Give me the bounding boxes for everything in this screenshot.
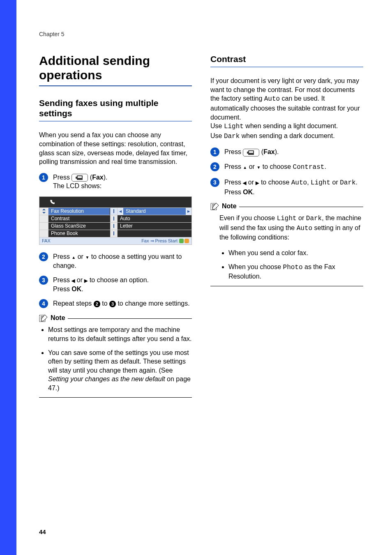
step-2-body: Press or to choose a setting you want to… <box>53 252 192 270</box>
note-list: When you send a color fax. When you choo… <box>210 249 363 281</box>
step-badge-4: 4 <box>39 299 48 308</box>
r-step-1: 1 Press (Fax). <box>210 147 363 157</box>
h1-additional-sending: Additional sending operations <box>39 54 192 82</box>
step-4: 4 Repeat steps 2 to 3 to change more set… <box>39 299 192 308</box>
contrast-p3: Use Dark when sending a dark document. <box>210 131 363 141</box>
lcd-top-bar <box>39 197 191 207</box>
h2-contrast: Contrast <box>210 54 363 64</box>
note-item-1: Most settings are temporary and the mach… <box>48 325 192 343</box>
note-item-2: You can save some of the settings you us… <box>48 348 192 393</box>
lcd-label: Phone Book <box>48 230 110 237</box>
start-green-icon <box>179 239 184 243</box>
step-badge-1: 1 <box>210 147 219 157</box>
phone-icon <box>49 199 55 205</box>
note-icon <box>210 202 219 210</box>
note-icon <box>39 314 48 322</box>
h2-sending-faxes: Sending faxes using multiple settings <box>39 98 192 118</box>
ref-badge-3: 3 <box>109 301 116 307</box>
contrast-p2: Use Light when sending a light document. <box>210 122 363 131</box>
note-label: Note <box>222 203 237 210</box>
lcd-row-phone-book: Phone Book <box>39 230 191 237</box>
lcd-left-arrow: ◀ <box>118 208 123 215</box>
lcd-label: Fax Resolution <box>48 208 110 215</box>
step-1-after: The LCD shows: <box>53 182 101 189</box>
note-rule <box>68 318 192 319</box>
up-arrow-icon <box>71 253 76 260</box>
start-orange-icon <box>184 239 189 243</box>
ref-badge-2: 2 <box>94 301 100 307</box>
step-1-fax: Fax <box>92 174 104 181</box>
step-1: 1 Press (Fax). The LCD shows: <box>39 173 192 191</box>
step-4-body: Repeat steps 2 to 3 to change more setti… <box>53 299 192 308</box>
lcd-right-arrow: ▶ <box>186 208 191 215</box>
lcd-divider <box>110 230 118 237</box>
step-badge-3: 3 <box>210 178 219 187</box>
intro-paragraph: When you send a fax you can choose any c… <box>39 131 192 166</box>
lcd-updn-icon <box>39 208 48 215</box>
note-header: Note <box>210 202 363 210</box>
lcd-value: Auto <box>118 215 191 222</box>
step-3: 3 Press or to choose an option. Press OK… <box>39 276 192 293</box>
lcd-divider <box>110 208 118 215</box>
two-column-layout: Additional sending operations Sending fa… <box>39 54 363 398</box>
lcd-value: Standard <box>123 208 186 215</box>
lcd-footer-left: FAX <box>42 238 51 243</box>
lcd-footer-right: Fax ⇒ Press Start <box>141 238 178 244</box>
fax-icon <box>248 150 254 155</box>
note-label: Note <box>51 314 65 322</box>
h2-rule <box>39 121 192 122</box>
page: Chapter 5 Additional sending operations … <box>0 0 392 555</box>
note-bottom-rule <box>39 397 192 398</box>
step-1-press: Press <box>53 174 71 181</box>
step-3-body: Press or to choose an option. Press OK. <box>53 276 192 293</box>
lcd-divider <box>110 223 118 230</box>
lcd-footer: FAX Fax ⇒ Press Start <box>39 237 191 244</box>
note-header: Note <box>39 314 192 322</box>
r-step-2: 2 Press or to choose Contrast. <box>210 162 363 172</box>
step-badge-3: 3 <box>39 276 48 285</box>
r-step-3: 3 Press or to choose Auto, Light or Dark… <box>210 178 363 196</box>
down-arrow-icon <box>85 253 89 260</box>
step-badge-2: 2 <box>210 162 219 171</box>
lcd-row-fax-resolution: Fax Resolution ◀ Standard ▶ <box>39 207 191 215</box>
step-badge-2: 2 <box>39 252 48 261</box>
step-1-body: Press (Fax). The LCD shows: <box>53 173 192 191</box>
lcd-label: Contrast <box>48 215 110 222</box>
lcd-value <box>118 230 191 237</box>
down-arrow-icon <box>256 163 261 170</box>
fax-button-icon <box>71 174 88 182</box>
contrast-p1: If your document is very light or very d… <box>210 76 363 122</box>
h2-rule <box>210 67 363 67</box>
lcd-label: Glass ScanSize <box>48 223 110 230</box>
up-arrow-icon <box>243 163 247 170</box>
page-number: 44 <box>39 528 46 535</box>
step-2: 2 Press or to choose a setting you want … <box>39 252 192 270</box>
note-rule <box>239 207 363 207</box>
lcd-row-contrast: Contrast Auto <box>39 215 191 222</box>
note-paragraph: Even if you choose Light or Dark, the ma… <box>210 214 363 242</box>
lcd-screen: Fax Resolution ◀ Standard ▶ Contrast Aut… <box>39 196 192 245</box>
note-item-1: When you send a color fax. <box>228 249 363 258</box>
fax-button-icon <box>243 149 259 157</box>
left-column: Additional sending operations Sending fa… <box>39 54 192 398</box>
note-list: Most settings are temporary and the mach… <box>39 325 192 392</box>
fax-icon <box>77 175 83 180</box>
right-column: Contrast If your document is very light … <box>210 54 363 398</box>
h1-rule <box>39 85 192 86</box>
note-item-2: When you choose Photo as the Fax Resolut… <box>228 263 363 281</box>
note-bottom-rule <box>210 286 363 286</box>
lcd-divider <box>110 215 118 222</box>
chapter-label: Chapter 5 <box>39 31 363 37</box>
lcd-value: Letter <box>118 223 191 230</box>
lcd-row-glass-scansize: Glass ScanSize Letter <box>39 222 191 230</box>
step-badge-1: 1 <box>39 173 48 182</box>
